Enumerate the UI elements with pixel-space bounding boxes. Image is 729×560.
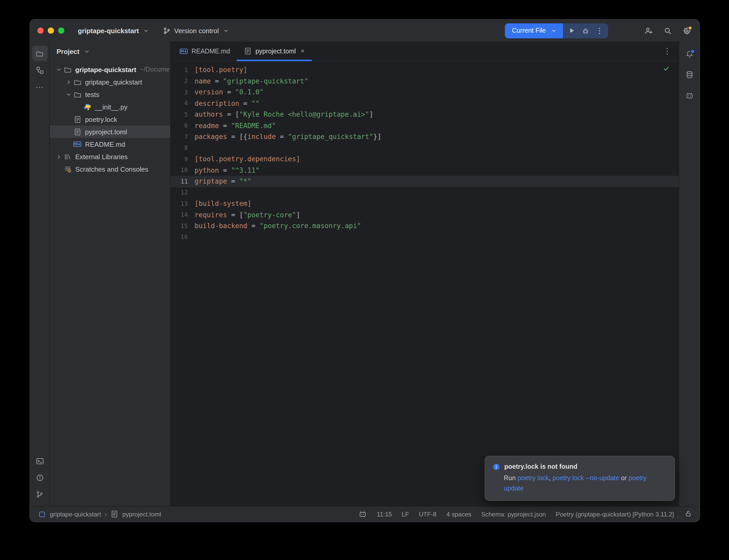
tab-options-icon[interactable]: ⋮ xyxy=(656,46,679,56)
chevron-down-icon xyxy=(142,26,150,35)
code-text: [tool.poetry.dependencies] xyxy=(194,155,300,163)
line-number: 1 xyxy=(171,66,194,74)
tool-stripe-ai-assistant-button[interactable] xyxy=(682,88,697,103)
gear-icon[interactable] xyxy=(683,26,691,35)
code-line-14[interactable]: 14requires = ["poetry-core"] xyxy=(171,209,679,220)
line-number: 2 xyxy=(171,78,194,85)
status-indent[interactable]: 4 spaces xyxy=(447,510,472,518)
close-tab-icon[interactable]: ✕ xyxy=(300,48,305,54)
chevron-right-icon[interactable] xyxy=(65,79,73,85)
tool-stripe-terminal-button[interactable] xyxy=(32,453,47,469)
folder-file-icon xyxy=(63,65,72,74)
close-window-button[interactable] xyxy=(37,27,44,34)
project-panel-header[interactable]: Project xyxy=(50,41,170,61)
code-line-1[interactable]: 1[tool.poetry] xyxy=(171,64,679,75)
tree-item-pyproject-toml[interactable]: pyproject.toml xyxy=(50,125,170,138)
line-number: 12 xyxy=(171,189,194,196)
tool-stripe-project-button[interactable] xyxy=(32,46,47,61)
project-tool-window: Project griptape-quickstart~/Documegript… xyxy=(50,41,171,506)
breadcrumb-pyproject-toml[interactable]: pyproject.toml xyxy=(122,510,161,518)
line-number: 5 xyxy=(171,111,194,118)
code-text: [tool.poetry] xyxy=(194,66,247,74)
line-number: 9 xyxy=(171,156,194,163)
tree-item-init-py[interactable]: __init__.py xyxy=(50,101,170,113)
tree-item-griptape-quickstart[interactable]: griptape_quickstart xyxy=(50,76,170,88)
notification-link-poetry-lock[interactable]: poetry lock xyxy=(518,475,549,482)
play-icon xyxy=(567,26,576,35)
toml-file-icon xyxy=(73,115,81,123)
zoom-window-button[interactable] xyxy=(58,27,64,34)
breadcrumb-griptape-quickstart[interactable]: griptape-quickstart xyxy=(50,510,101,518)
code-line-3[interactable]: 3version = "0.1.0" xyxy=(171,87,679,98)
chevron-right-icon[interactable] xyxy=(55,154,63,159)
code-line-10[interactable]: 10python = "^3.11" xyxy=(171,165,679,176)
status-encoding[interactable]: UTF-8 xyxy=(419,510,437,518)
chevron-down-icon[interactable] xyxy=(65,92,73,97)
code-line-8[interactable]: 8 xyxy=(171,142,679,153)
code-line-16[interactable]: 16 xyxy=(171,232,679,243)
tree-item-label: griptape-quickstart xyxy=(75,66,136,73)
status-interpreter[interactable]: Poetry (griptape-quickstart) [Python 3.1… xyxy=(556,510,674,518)
tool-stripe-more-tools-button[interactable]: ⋯ xyxy=(32,79,47,94)
tree-item-label: pyproject.toml xyxy=(85,128,127,136)
add-user-icon[interactable] xyxy=(644,26,653,35)
markdown-file-icon xyxy=(73,140,81,148)
run-more-button[interactable]: ⋮ xyxy=(593,23,607,38)
status-json-schema[interactable]: Schema: pyproject.json xyxy=(481,510,546,518)
code-line-4[interactable]: 4description = "" xyxy=(171,98,679,109)
tab-readme-md[interactable]: README.md xyxy=(173,41,237,61)
editor-tabs: README.mdpyproject.toml✕⋮ xyxy=(171,41,679,61)
code-line-2[interactable]: 2name = "griptape-quickstart" xyxy=(171,75,679,87)
run-button[interactable] xyxy=(565,23,579,38)
code-text: build-backend = "poetry.core.masonry.api… xyxy=(194,222,361,230)
tool-stripe-structure-button[interactable] xyxy=(32,62,47,78)
code-line-6[interactable]: 6readme = "README.md" xyxy=(171,120,679,131)
notifications-icon xyxy=(685,50,693,58)
vcs-widget[interactable]: Version control xyxy=(163,26,230,35)
debug-button[interactable] xyxy=(579,23,593,38)
tree-item-readme-md[interactable]: README.md xyxy=(50,138,170,150)
status-lock-button[interactable] xyxy=(684,509,692,519)
code-line-11[interactable]: 11griptape = "*" xyxy=(171,176,679,187)
line-number: 7 xyxy=(171,133,194,141)
tree-item-tests[interactable]: tests xyxy=(50,88,170,101)
tool-stripe-version-control-button[interactable] xyxy=(32,486,47,502)
kebab-icon: ⋮ xyxy=(596,26,603,35)
code-line-7[interactable]: 7packages = [{include = "griptape_quicks… xyxy=(171,131,679,142)
code-text: requires = ["poetry-core"] xyxy=(194,211,300,219)
notification-link-poetry-lock-no-update[interactable]: poetry lock --no-update xyxy=(553,475,619,482)
status-line-separator[interactable]: LF xyxy=(402,510,409,518)
code-text: description = "" xyxy=(194,100,259,107)
vcs-widget-label: Version control xyxy=(174,27,219,34)
code-line-5[interactable]: 5authors = ["Kyle Roche <hello@griptape.… xyxy=(171,109,679,120)
status-widgets: 11:15LFUTF-84 spacesSchema: pyproject.js… xyxy=(358,509,692,519)
editor[interactable]: 1[tool.poetry]2name = "griptape-quicksta… xyxy=(171,61,679,506)
tab-label: README.md xyxy=(191,47,230,55)
toml-file-icon xyxy=(243,47,252,55)
tree-item-poetry-lock[interactable]: poetry.lock xyxy=(50,113,170,125)
tool-stripe-notifications-button[interactable] xyxy=(682,46,697,62)
inspection-ok-icon xyxy=(662,64,670,73)
minimize-window-button[interactable] xyxy=(48,27,54,34)
status-caret-position[interactable]: 11:15 xyxy=(377,510,392,518)
tree-item-label: External Libraries xyxy=(75,153,128,160)
chevron-down-icon[interactable] xyxy=(55,67,63,72)
project-widget[interactable]: griptape-quickstart xyxy=(78,26,150,35)
code-text: readme = "README.md" xyxy=(194,122,276,130)
code-line-9[interactable]: 9[tool.poetry.dependencies] xyxy=(171,153,679,165)
tree-item-external-libraries[interactable]: External Libraries xyxy=(50,150,170,163)
tool-stripe-database-button[interactable] xyxy=(682,67,697,82)
code-text: authors = ["Kyle Roche <hello@griptape.a… xyxy=(194,111,373,118)
code-line-12[interactable]: 12 xyxy=(171,187,679,198)
code-line-13[interactable]: 13[build-system] xyxy=(171,198,679,209)
line-number: 10 xyxy=(171,167,194,174)
tree-item-label: Scratches and Consoles xyxy=(75,165,148,173)
tab-pyproject-toml[interactable]: pyproject.toml✕ xyxy=(237,41,311,61)
search-icon[interactable] xyxy=(664,26,672,35)
notification-text: or xyxy=(619,475,629,482)
code-line-15[interactable]: 15build-backend = "poetry.core.masonry.a… xyxy=(171,220,679,232)
tree-item-griptape-quickstart[interactable]: griptape-quickstart~/Docume xyxy=(50,63,170,76)
tree-item-scratches-and-consoles[interactable]: Scratches and Consoles xyxy=(50,163,170,175)
run-configuration-selector[interactable]: Current File xyxy=(505,23,563,38)
tool-stripe-problems-button[interactable] xyxy=(32,470,47,485)
